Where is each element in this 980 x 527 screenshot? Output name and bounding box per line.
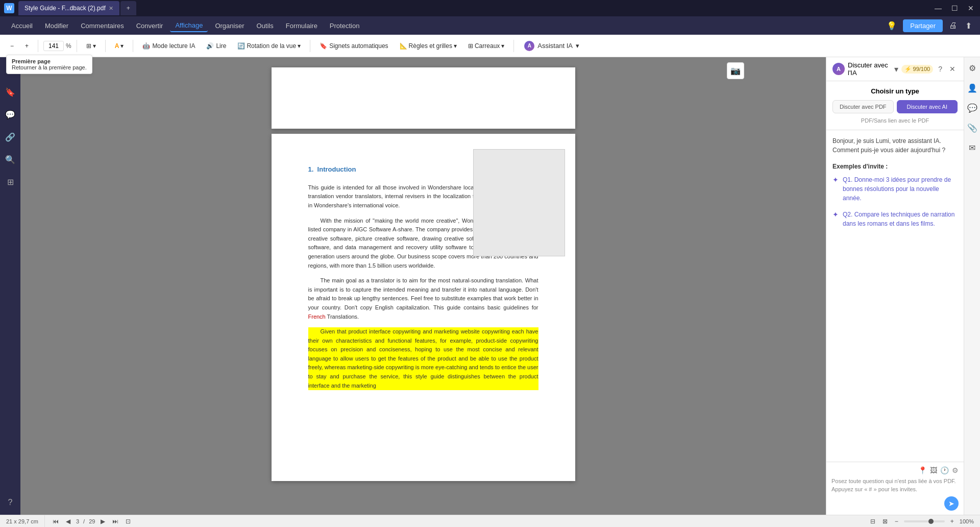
ai-avatar-icon: A — [524, 41, 534, 51]
ai-panel-dropdown-arrow[interactable]: ▾ — [894, 64, 898, 74]
tooltip-line1: Première page — [12, 58, 87, 64]
fit-view-button[interactable]: ⊡ — [124, 518, 132, 525]
tooltip-line2: Retourner à la première page. — [12, 64, 87, 70]
zoom-input[interactable] — [43, 41, 64, 51]
right-edge-icon-2[interactable]: 👤 — [965, 81, 979, 95]
nav-next-button[interactable]: ▶ — [99, 518, 107, 525]
ai-input-area: 📍 🖼 🕐 ⚙ Posez toute question qui n'est p… — [826, 462, 964, 515]
right-edge-icon-5[interactable]: ✉ — [967, 141, 977, 155]
status-zoom-in-btn[interactable]: + — [949, 518, 955, 525]
ai-example-1[interactable]: ✦ Q1. Donne-moi 3 idées pour prendre de … — [832, 175, 958, 203]
ai-close-button[interactable]: ✕ — [947, 64, 958, 74]
sidebar-link-icon[interactable]: 🔗 — [2, 129, 18, 145]
signets-button[interactable]: 🔖 Signets automatiques — [315, 40, 392, 52]
history-icon[interactable]: 🕐 — [940, 466, 949, 474]
signets-icon: 🔖 — [320, 42, 327, 50]
menu-formulaire[interactable]: Formulaire — [281, 20, 323, 32]
lightning-icon: ⚡ — [904, 66, 912, 73]
sidebar-help-icon[interactable]: ? — [2, 494, 18, 511]
fit-page-arrow: ▾ — [93, 42, 96, 50]
total-pages-label: 29 — [89, 518, 95, 524]
location-icon[interactable]: 📍 — [918, 466, 927, 474]
menu-organiser[interactable]: Organiser — [210, 20, 249, 32]
pdf-para-3: The main goal as a translator is to aim … — [308, 276, 538, 321]
zoom-unit: % — [66, 42, 71, 50]
zoom-slider-thumb[interactable] — [928, 519, 934, 524]
app-icon[interactable]: W — [4, 3, 14, 13]
zoom-slider[interactable] — [904, 520, 945, 522]
rules-dropdown[interactable]: 📐 Règles et grilles ▾ — [396, 40, 461, 52]
status-layout-icon-2[interactable]: ⊠ — [881, 518, 889, 525]
upload-icon[interactable]: ⬆ — [963, 19, 974, 33]
title-bar-left: W Style Guide - F...dback (2).pdf ✕ + — [4, 1, 136, 15]
pdf-page-2: 1. Introduction This guide is intended f… — [272, 134, 575, 481]
divider-3 — [105, 40, 106, 52]
tooltip-box: Première page Retourner à la première pa… — [6, 55, 92, 74]
right-edge-icon-4[interactable]: 📎 — [965, 121, 979, 135]
read-button[interactable]: 🔊 Lire — [202, 40, 230, 52]
close-button[interactable]: ✕ — [966, 4, 976, 12]
new-tab[interactable]: + — [120, 1, 136, 15]
nav-first-button[interactable]: ⏮ — [51, 518, 60, 525]
capture-button[interactable]: 📷 — [727, 62, 744, 79]
sidebar-bottom: ? — [2, 494, 18, 511]
tiles-dropdown[interactable]: ⊞ Carreaux ▾ — [464, 40, 508, 52]
image-icon[interactable]: 🖼 — [930, 466, 937, 474]
chat-ai-button[interactable]: Discuter avec AI — [897, 100, 958, 113]
ai-assistant-dropdown[interactable]: A Assistant IA ▾ — [519, 39, 584, 53]
divider-4 — [133, 40, 133, 52]
sidebar-grid-icon[interactable]: ⊞ — [2, 174, 18, 190]
status-bar: 21 x 29,7 cm ⏮ ◀ 3 / 29 ▶ ⏭ ⊡ ⊟ ⊠ − + 10… — [0, 515, 980, 527]
page-separator: / — [83, 518, 85, 524]
lightbulb-icon[interactable]: 💡 — [885, 19, 899, 33]
fit-page-dropdown[interactable]: ⊞ ▾ — [82, 40, 100, 52]
tiles-arrow: ▾ — [501, 42, 504, 50]
right-edge-icon-1[interactable]: ⚙ — [967, 61, 978, 75]
menu-protection[interactable]: Protection — [325, 20, 365, 32]
main-layout: ☰ 🔖 💬 🔗 🔍 ⊞ ? 📷 1. Introduction This gui… — [0, 57, 980, 515]
pdf-area[interactable]: 📷 1. Introduction This guide is intended… — [20, 57, 826, 515]
example-1-icon: ✦ — [832, 176, 839, 184]
tab-close-icon[interactable]: ✕ — [109, 5, 113, 12]
status-zoom-out-btn[interactable]: − — [893, 518, 900, 525]
ai-examples-title: Exemples d'invite : — [832, 163, 958, 170]
menu-affichage[interactable]: Affichage — [170, 19, 208, 32]
rotate-arrow: ▾ — [298, 42, 301, 50]
rules-icon: 📐 — [400, 42, 407, 50]
menu-commentaires[interactable]: Commentaires — [76, 20, 129, 32]
ai-help-button[interactable]: ? — [936, 64, 944, 74]
highlight-dropdown[interactable]: A ▾ — [111, 40, 128, 52]
menu-accueil[interactable]: Accueil — [6, 20, 38, 32]
nav-prev-button[interactable]: ◀ — [64, 518, 72, 525]
menu-outils[interactable]: Outils — [252, 20, 279, 32]
right-edge-icon-3[interactable]: 💬 — [965, 101, 979, 115]
settings-icon[interactable]: ⚙ — [952, 466, 959, 474]
menu-convertir[interactable]: Convertir — [131, 20, 168, 32]
highlight-arrow: ▾ — [120, 42, 124, 50]
tab-label: Style Guide - F...dback (2).pdf — [24, 5, 106, 12]
status-layout-icon-1[interactable]: ⊟ — [869, 518, 877, 525]
ai-chat-area[interactable]: Bonjour, je suis Lumi, votre assistant I… — [826, 130, 964, 462]
sidebar-bookmark-icon[interactable]: 🔖 — [2, 84, 18, 100]
ai-type-buttons: Discuter avec PDF Discuter avec AI — [832, 100, 958, 113]
sidebar-comment-icon[interactable]: 💬 — [2, 106, 18, 123]
ai-send-button[interactable]: ➤ — [944, 496, 959, 511]
sidebar-search-icon[interactable]: 🔍 — [2, 151, 18, 167]
print-icon[interactable]: 🖨 — [947, 19, 959, 32]
zoom-out-button[interactable]: − — [6, 40, 18, 52]
mode-lecture-button[interactable]: 🤖 Mode lecture IA — [138, 40, 199, 52]
zoom-in-button[interactable]: + — [21, 40, 33, 52]
menu-modifier[interactable]: Modifier — [40, 20, 74, 32]
menu-bar: Accueil Modifier Commentaires Convertir … — [0, 16, 980, 35]
speaker-icon: 🔊 — [206, 42, 214, 50]
minimize-button[interactable]: — — [933, 4, 943, 12]
active-tab[interactable]: Style Guide - F...dback (2).pdf ✕ — [18, 1, 119, 15]
share-button[interactable]: Partager — [903, 19, 943, 32]
rotate-dropdown[interactable]: 🔄 Rotation de la vue ▾ — [233, 40, 305, 52]
nav-last-button[interactable]: ⏭ — [111, 518, 120, 525]
ai-panel: A Discuter avec l'IA ▾ ⚡ 99/100 ? ✕ Choi… — [826, 57, 964, 515]
maximize-button[interactable]: ☐ — [949, 4, 960, 12]
chat-pdf-button[interactable]: Discuter avec PDF — [832, 100, 894, 113]
ai-example-2[interactable]: ✦ Q2. Compare les techniques de narratio… — [832, 210, 958, 228]
french-red-text: French — [308, 314, 326, 320]
